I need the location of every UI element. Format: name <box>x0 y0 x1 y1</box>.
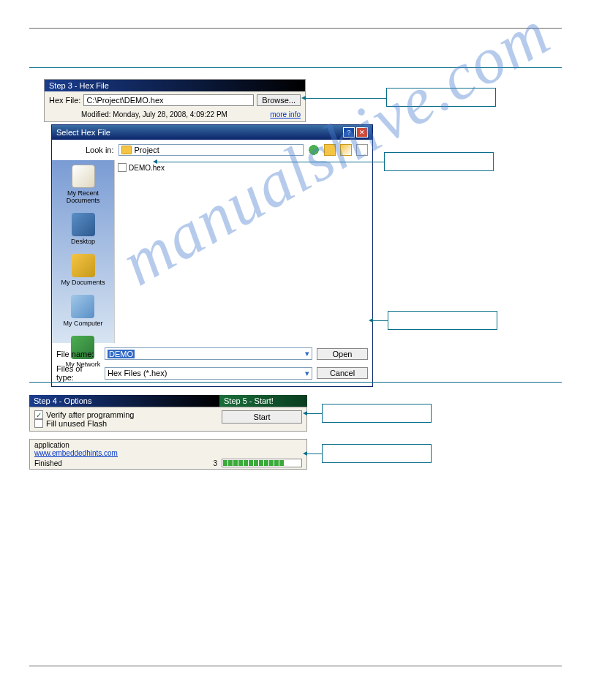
callout-line <box>306 98 386 99</box>
callout-line <box>157 162 384 162</box>
step5-title: Step 5 - Start! <box>219 395 307 407</box>
back-icon[interactable] <box>308 144 320 156</box>
moreinfo-link[interactable]: more info <box>270 110 301 118</box>
hexfile-input[interactable] <box>83 94 254 106</box>
open-button[interactable]: Open <box>317 348 368 360</box>
status-panel: application www.embeddedhints.com Finish… <box>29 439 307 470</box>
sidebar-recent[interactable]: My Recent Documents <box>53 165 113 204</box>
help-icon[interactable]: ? <box>343 127 355 138</box>
file-item[interactable]: DEMO.hex <box>118 163 369 172</box>
app-label: application <box>34 441 69 449</box>
filename-label: File name: <box>56 350 100 358</box>
start-button[interactable]: Start <box>222 410 302 424</box>
select-hex-file-dialog: Select Hex File ? ✕ Look in: Project My … <box>51 124 373 387</box>
hexfile-icon <box>118 163 127 172</box>
cancel-button[interactable]: Cancel <box>317 367 368 379</box>
fill-checkbox[interactable] <box>34 419 43 428</box>
mycomputer-icon <box>71 295 94 318</box>
modified-text: Modified: Monday, July 28, 2008, 4:09:22… <box>81 110 227 118</box>
arrow-head-icon <box>303 451 307 456</box>
finished-label: Finished <box>34 459 62 467</box>
callout-line <box>307 413 322 414</box>
arrow-head-icon <box>303 411 307 415</box>
dialog-sidebar: My Recent Documents Desktop My Documents… <box>52 160 114 343</box>
arrow-head-icon <box>153 159 157 164</box>
chevron-down-icon: ▾ <box>305 369 309 378</box>
file-list[interactable]: DEMO.hex <box>114 160 372 343</box>
verify-checkbox[interactable]: ✓ <box>34 410 43 419</box>
mydocs-icon <box>72 254 95 277</box>
browse-button[interactable]: Browse... <box>257 94 301 106</box>
callout-box-file <box>384 152 494 171</box>
callout-box-start <box>322 404 432 423</box>
up-folder-icon[interactable] <box>324 144 336 156</box>
desktop-icon <box>72 213 95 236</box>
filename-combo[interactable]: DEMO▾ <box>105 347 312 360</box>
view-menu-icon[interactable] <box>356 144 368 156</box>
step4-5-panel: Step 4 - Options Step 5 - Start! ✓Verify… <box>29 395 307 432</box>
progress-bar <box>222 459 302 467</box>
filetype-label: Files of type: <box>56 364 100 382</box>
callout-line <box>307 454 322 454</box>
folder-icon <box>121 146 132 154</box>
lookin-label: Look in: <box>86 146 114 154</box>
arrow-head-icon <box>301 96 306 100</box>
recent-docs-icon <box>72 165 95 188</box>
sidebar-mydocs[interactable]: My Documents <box>61 254 105 286</box>
callout-box-open <box>388 311 497 330</box>
chevron-down-icon: ▾ <box>305 349 309 358</box>
sidebar-desktop[interactable]: Desktop <box>71 213 95 245</box>
count-label: 3 <box>213 459 217 467</box>
app-link[interactable]: www.embeddedhints.com <box>34 449 118 457</box>
lookin-dropdown[interactable]: Project <box>118 144 304 156</box>
hexfile-label: Hex File: <box>49 96 80 105</box>
callout-box-browse <box>386 88 496 107</box>
arrow-head-icon <box>369 318 373 323</box>
dialog-title: Select Hex File <box>56 128 110 137</box>
fill-label: Fill unused Flash <box>46 419 107 428</box>
callout-box-progress <box>322 444 432 463</box>
callout-line <box>373 320 388 321</box>
sidebar-mycomp[interactable]: My Computer <box>63 295 102 327</box>
new-folder-icon[interactable] <box>340 144 352 156</box>
close-icon[interactable]: ✕ <box>356 127 368 138</box>
step4-title: Step 4 - Options <box>29 395 219 407</box>
step3-title: Step 3 - Hex File <box>45 80 305 91</box>
step3-panel: Step 3 - Hex File Hex File: Browse... Mo… <box>44 79 306 122</box>
verify-label: Verify after programming <box>46 410 134 419</box>
filetype-combo[interactable]: Hex Files (*.hex)▾ <box>105 367 312 380</box>
